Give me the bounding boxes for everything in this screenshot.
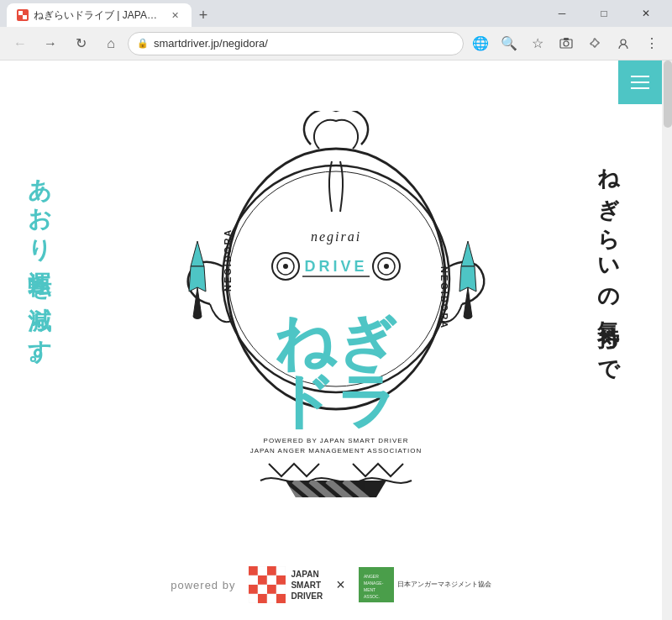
profile-button[interactable] <box>610 30 637 57</box>
title-bar-left: ねぎらいドライブ | JAPAN SMART D ✕ + <box>7 0 543 27</box>
forward-button[interactable]: → <box>37 30 64 57</box>
jsd-checkered-logo <box>249 566 286 603</box>
svg-rect-38 <box>258 585 267 594</box>
tab-area: ねぎらいドライブ | JAPAN SMART D ✕ + <box>7 0 215 27</box>
window-controls: ─ □ ✕ <box>543 0 665 27</box>
svg-text:DRIVE: DRIVE <box>304 258 367 275</box>
jsd-text: JAPAN SMART DRIVER <box>291 569 323 602</box>
anger-mgmt-icon: ANGER MANAGE- MENT ASSOC. <box>361 570 391 600</box>
nav-actions: 🌐 🔍 ☆ ⋮ <box>467 30 665 57</box>
close-button[interactable]: ✕ <box>627 0 665 27</box>
bookmark-button[interactable]: ☆ <box>524 30 551 57</box>
anger-text: 日本アンガーマネジメント協会 <box>397 580 491 589</box>
cross-symbol: × <box>336 576 345 594</box>
menu-line-1 <box>631 76 649 77</box>
url-text: smartdriver.jp/negidora/ <box>154 37 454 50</box>
svg-rect-2 <box>23 11 27 15</box>
svg-text:JAPAN ANGER MANAGEMENT ASSOCIA: JAPAN ANGER MANAGEMENT ASSOCIATION <box>250 447 423 454</box>
svg-text:MENT: MENT <box>364 587 375 592</box>
svg-rect-44 <box>276 594 286 603</box>
window-chrome: ねぎらいドライブ | JAPAN SMART D ✕ + ─ □ ✕ ← → ↻… <box>0 0 672 60</box>
svg-rect-31 <box>267 566 276 575</box>
footer: powered by <box>0 566 662 603</box>
svg-rect-40 <box>276 585 286 594</box>
svg-rect-37 <box>249 585 258 594</box>
tab-title: ねぎらいドライブ | JAPAN SMART D <box>34 8 163 23</box>
nav-bar: ← → ↻ ⌂ 🔒 smartdriver.jp/negidora/ 🌐 🔍 ☆… <box>0 27 672 60</box>
address-bar[interactable]: 🔒 smartdriver.jp/negidora/ <box>128 32 464 55</box>
svg-point-10 <box>193 314 202 319</box>
svg-text:ドラ: ドラ <box>274 367 398 434</box>
svg-text:MANAGE-: MANAGE- <box>364 581 384 586</box>
svg-text:negirai: negirai <box>311 229 361 244</box>
scrollbar[interactable] <box>662 60 672 620</box>
svg-rect-30 <box>258 566 267 575</box>
svg-rect-34 <box>258 575 267 585</box>
extensions-button[interactable] <box>581 30 608 57</box>
tab-close-button[interactable]: ✕ <box>168 8 181 22</box>
svg-rect-5 <box>564 38 569 40</box>
translate-button[interactable]: 🌐 <box>467 30 494 57</box>
maximize-button[interactable]: □ <box>585 0 623 27</box>
svg-rect-33 <box>249 575 258 585</box>
search-button[interactable]: 🔍 <box>496 30 522 57</box>
menu-line-2 <box>631 81 649 83</box>
minimize-button[interactable]: ─ <box>543 0 581 27</box>
tab-favicon <box>17 9 29 21</box>
back-button[interactable]: ← <box>7 30 34 57</box>
svg-text:ANGER: ANGER <box>364 574 379 579</box>
svg-rect-42 <box>258 594 267 603</box>
svg-rect-36 <box>276 575 286 585</box>
svg-rect-32 <box>276 566 286 575</box>
left-tagline: あおり運転を減らす。 <box>25 161 54 380</box>
scrollbar-thumb[interactable] <box>664 60 672 128</box>
svg-text:ねぎ: ねぎ <box>274 308 398 376</box>
svg-point-6 <box>564 41 569 46</box>
svg-text:NEGIDORA: NEGIDORA <box>439 266 449 329</box>
anger-green-box: ANGER MANAGE- MENT ASSOC. <box>359 567 394 602</box>
refresh-button[interactable]: ↻ <box>67 30 94 57</box>
title-bar: ねぎらいドライブ | JAPAN SMART D ✕ + ─ □ ✕ <box>0 0 672 27</box>
svg-text:ASSOC.: ASSOC. <box>364 594 380 599</box>
japan-smart-driver-logo: JAPAN SMART DRIVER <box>249 566 323 603</box>
svg-point-7 <box>621 39 626 45</box>
hamburger-menu-button[interactable] <box>618 60 662 104</box>
svg-rect-29 <box>249 566 258 575</box>
page-content: あおり運転を減らす。 ねぎらいの気持ちで <box>0 60 672 620</box>
svg-point-11 <box>464 314 472 319</box>
lock-icon: 🔒 <box>137 38 149 49</box>
svg-rect-1 <box>23 15 27 19</box>
svg-text:NEGIDORA: NEGIDORA <box>223 229 233 292</box>
new-tab-button[interactable]: + <box>192 3 215 27</box>
svg-rect-41 <box>249 594 258 603</box>
logo-area: NEGIDORA NEGIDORA negirai DRIVE <box>168 102 504 506</box>
menu-line-3 <box>631 87 649 89</box>
svg-rect-43 <box>267 594 276 603</box>
svg-rect-0 <box>18 11 23 15</box>
svg-point-22 <box>384 264 389 269</box>
main-logo: NEGIDORA NEGIDORA negirai DRIVE <box>176 111 496 497</box>
screenshot-button[interactable] <box>553 30 580 57</box>
svg-rect-35 <box>267 575 276 585</box>
browser-menu-button[interactable]: ⋮ <box>638 30 665 57</box>
active-tab[interactable]: ねぎらいドライブ | JAPAN SMART D ✕ <box>7 3 192 27</box>
svg-point-19 <box>283 264 288 269</box>
right-tagline: ねぎらいの気持ちで <box>593 153 622 375</box>
home-button[interactable]: ⌂ <box>97 30 124 57</box>
svg-rect-39 <box>267 585 276 594</box>
anger-mgmt-logo: ANGER MANAGE- MENT ASSOC. 日本アンガーマネジメント協会 <box>359 567 491 602</box>
powered-by-text: powered by <box>171 579 235 591</box>
svg-rect-3 <box>18 15 23 19</box>
svg-text:POWERED BY JAPAN SMART DRIVER: POWERED BY JAPAN SMART DRIVER <box>264 437 409 444</box>
